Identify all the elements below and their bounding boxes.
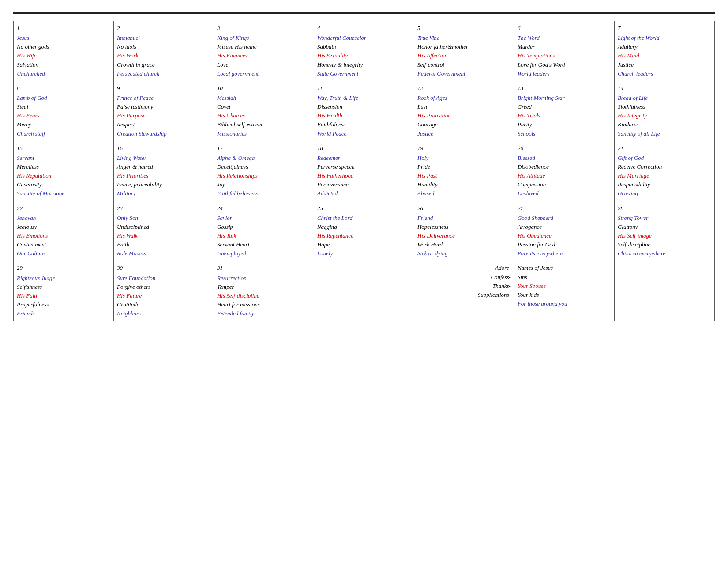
calendar-cell: 29Righteous JudgeSelfishnessHis FaithPra… xyxy=(14,261,114,321)
calendar-cell: 11Way, Truth & LifeDissensionHis HealthF… xyxy=(314,81,414,141)
cell-line: Compassion xyxy=(518,180,611,189)
cell-line: Purity xyxy=(518,120,611,129)
cell-line: Messiah xyxy=(217,94,311,102)
cell-line: Friend xyxy=(417,214,511,223)
calendar-cell: 25Christ the LordNaggingHis RepentanceHo… xyxy=(314,201,414,261)
cell-line: Faithful believers xyxy=(217,189,311,198)
cell-line: Unchurched xyxy=(17,69,110,78)
calendar-cell xyxy=(314,261,414,321)
cell-line: Jehovah xyxy=(17,214,110,223)
cell-line: Sick or dying xyxy=(417,249,511,258)
cell-line: For those around you xyxy=(518,299,611,308)
cell-line: His Priorities xyxy=(117,171,210,180)
calendar-cell: Adore-Confess-Thanks-Supplications- xyxy=(414,261,514,321)
cell-line: Sabbath xyxy=(317,42,411,51)
cell-line: Work Hard xyxy=(417,240,511,249)
cell-line: His Trials xyxy=(518,111,611,120)
calendar-cell: 28Strong TowerGluttonyHis Self-imageSelf… xyxy=(614,201,714,261)
day-number: 3 xyxy=(217,24,311,33)
cell-line: Dissension xyxy=(317,102,411,111)
cell-line: Alpha & Omega xyxy=(217,154,311,162)
cell-line: Merciless xyxy=(17,162,110,171)
cell-line: Gossip xyxy=(217,223,311,231)
calendar-cell: 3King of KingsMisuse His nameHis Finance… xyxy=(214,21,314,81)
calendar-cell: 24SaviorGossipHis TalkServant HeartUnemp… xyxy=(214,201,314,261)
cell-line: Abused xyxy=(417,189,511,198)
cell-line: His Future xyxy=(117,291,210,300)
cell-line: Federal Government xyxy=(417,69,511,78)
cell-line: Light of the World xyxy=(618,34,711,42)
cell-line: No idols xyxy=(117,42,210,51)
cell-line: His Talk xyxy=(217,231,311,240)
calendar-cell: 27Good ShepherdArroganceHis ObediencePas… xyxy=(514,201,614,261)
calendar-cell: 23Only SonUndisciplinedHis WalkFaithRole… xyxy=(113,201,214,261)
cell-line: World leaders xyxy=(518,69,611,78)
cell-line: Your Spouse xyxy=(518,282,611,291)
cell-line: Humility xyxy=(417,180,511,189)
cell-line: His Sexuality xyxy=(317,51,411,60)
cell-line: Pride xyxy=(417,162,511,171)
calendar-cell: 8Lamb of GodStealHis FearsMercyChurch st… xyxy=(14,81,114,141)
cell-line: His Marriage xyxy=(618,171,711,180)
cell-line: Resurrection xyxy=(217,274,311,283)
cell-line: Gift of God xyxy=(618,154,711,162)
cell-line: Friends xyxy=(17,309,110,318)
cell-line: Servant xyxy=(17,154,110,162)
cell-line: Perverse speech xyxy=(317,162,411,171)
cell-line: Self-discipline xyxy=(618,240,711,249)
cell-line: His Purpose xyxy=(117,111,210,120)
cell-line: Hopelessness xyxy=(417,223,511,231)
cell-line: His Past xyxy=(417,171,511,180)
calendar-cell: 20BlessedDisobedienceHis AttitudeCompass… xyxy=(514,141,614,201)
cell-line: Strong Tower xyxy=(618,214,711,223)
cell-line: Rock of Ages xyxy=(417,94,511,102)
cell-line: World Peace xyxy=(317,129,411,138)
day-number: 22 xyxy=(17,204,110,213)
cell-line: Gratitude xyxy=(117,300,210,309)
cell-line: Living Water xyxy=(117,154,210,162)
cell-line: Bright Morning Star xyxy=(518,94,611,102)
cell-line: Our Culture xyxy=(17,249,110,258)
cell-line: Missionaries xyxy=(217,129,311,138)
cell-line: Savior xyxy=(217,214,311,223)
cell-line: Extended family xyxy=(217,309,311,318)
day-number: 25 xyxy=(317,204,411,213)
day-number: 4 xyxy=(317,24,411,33)
cell-line: Sure Foundation xyxy=(117,274,210,283)
cell-line: Names of Jesus xyxy=(518,264,611,272)
cell-line: Servant Heart xyxy=(217,240,311,249)
cell-line: Contentment xyxy=(17,240,110,249)
cell-line: His Relationships xyxy=(217,171,311,180)
cell-line: Generosity xyxy=(17,180,110,189)
day-number: 2 xyxy=(117,24,210,33)
cell-line: Selfishness xyxy=(17,283,110,291)
cell-line: Enslaved xyxy=(518,189,611,198)
calendar-cell: 19HolyPrideHis PastHumilityAbused xyxy=(414,141,514,201)
cell-line: Church leaders xyxy=(618,69,711,78)
cell-line: Heart for missions xyxy=(217,300,311,309)
calendar-cell: 15ServantMercilessHis ReputationGenerosi… xyxy=(14,141,114,201)
cell-line: His Protection xyxy=(417,111,511,120)
day-number: 17 xyxy=(217,144,311,153)
day-number: 13 xyxy=(518,84,611,93)
calendar-cell: 2ImmanuelNo idolsHis WorkGrowth in grace… xyxy=(113,21,214,81)
cell-line: His Repentance xyxy=(317,231,411,240)
cell-line: Misuse His name xyxy=(217,42,311,51)
day-number: 11 xyxy=(317,84,411,93)
cell-line: Justice xyxy=(417,129,511,138)
cell-line: Lonely xyxy=(317,249,411,258)
cell-line: Love xyxy=(217,60,311,69)
day-number: 27 xyxy=(518,204,611,213)
cell-line: Joy xyxy=(217,180,311,189)
cell-line: Neighbors xyxy=(117,309,210,318)
cell-line: False testimony xyxy=(117,102,210,111)
day-number: 29 xyxy=(17,264,110,272)
cell-line: His Mind xyxy=(618,51,711,60)
day-number: 10 xyxy=(217,84,311,93)
cell-line: Only Son xyxy=(117,214,210,223)
cell-line: Biblical self-esteem xyxy=(217,120,311,129)
cell-line: Lamb of God xyxy=(17,94,110,102)
day-number: 14 xyxy=(618,84,711,93)
cell-line: His Work xyxy=(117,51,210,60)
day-number: 19 xyxy=(417,144,511,153)
